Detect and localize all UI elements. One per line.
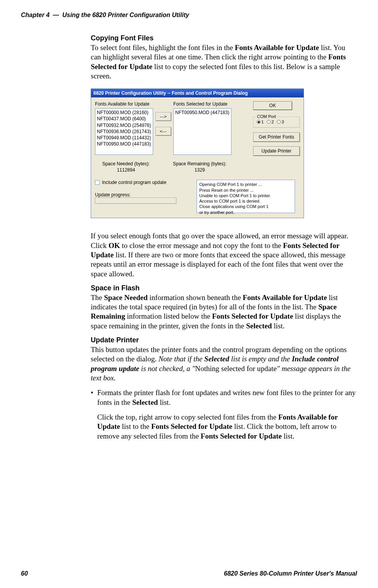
para-space: The Space Needed information shown benea… [91,293,357,331]
dialog-body: Fonts Available for Update NFT00000.MOD … [91,97,304,218]
space-remaining-label: Space Remaining (bytes): [169,161,231,167]
checkbox-label: Include control program update [102,180,166,185]
com-port-3[interactable]: 3 [277,120,284,124]
radio-dot [277,120,281,124]
content-column: Copying Font Files To select font files,… [91,34,357,441]
row-metrics: Space Needed (bytes): 1112894 Space Rema… [95,161,300,173]
move-right-button[interactable]: ---> [155,112,171,121]
list-item[interactable]: NFT00936.MOD (261743) [97,128,151,135]
progress-bar [95,198,176,204]
dialog-titlebar: 6820 Printer Configuration Utility -- Fo… [91,89,304,97]
list-item[interactable]: NFT00932.MOD (254976) [97,122,151,128]
listbox-available[interactable]: NFT00000.MOD (28160) NFT00437.MOD (6400)… [95,108,153,155]
com-port-2[interactable]: 2 [267,120,274,124]
dialog-title: 6820 Printer Configuration Utility -- Fo… [93,90,248,96]
com-port-group: COM Port 1 2 3 [253,117,300,128]
space-remaining: Space Remaining (bytes): 1329 [169,161,231,173]
com-port-legend: COM Port [256,114,277,119]
running-head: Chapter 4 — Using the 6820 Printer Confi… [21,12,357,19]
dash: — [51,12,60,18]
list-item[interactable]: NFT00949.MOD (114432) [97,135,151,141]
row-bottom: Include control program update Update pr… [95,180,300,213]
list-item[interactable]: NFT00950.MOD (447183) [97,141,151,147]
radio-dot-selected [257,120,261,124]
status-line: or try another port. [199,210,292,215]
heading-space-in-flash: Space in Flash [91,284,357,292]
col-available: Fonts Available for Update NFT00000.MOD … [95,101,153,155]
status-line: Unable to open COM Port 1 to printer. [199,193,292,198]
update-printer-button[interactable]: Update Printer [253,146,300,156]
para-error-message: If you select enough fonts that go over … [91,231,357,279]
status-line: Press Reset on the printer ... [199,187,292,193]
list-item[interactable]: NFT00000.MOD (28160) [97,109,151,116]
ok-button[interactable]: OK [253,101,292,110]
page-footer: 60 6820 Series 80-Column Printer User's … [21,570,357,577]
list-item[interactable]: NFT00437.MOD (6400) [97,116,151,122]
bullet-subpara: Click the top, right arrow to copy selec… [97,413,357,441]
bottom-left: Include control program update Update pr… [95,180,192,204]
com-port-radios: 1 2 3 [257,120,296,124]
space-needed-label: Space Needed (bytes): [95,161,157,167]
para-copying: To select font files, highlight the font… [91,43,357,81]
chapter-label: Chapter 4 [21,12,50,18]
bullet-formats: • Formats the printer flash for font upd… [91,388,357,441]
heading-copying-font-files: Copying Font Files [91,34,357,42]
space-remaining-value: 1329 [169,167,231,173]
page: Chapter 4 — Using the 6820 Printer Confi… [0,0,378,588]
bullet-text: Formats the printer flash for font updat… [97,388,357,441]
bullet-dot: • [91,388,93,441]
include-control-checkbox[interactable]: Include control program update [95,180,192,185]
right-column: OK COM Port 1 2 3 Get Printer Fonts Up [253,101,300,156]
listbox-selected[interactable]: NFT00950.MOD (447183) [173,108,231,155]
para-update: This button updates the printer fonts an… [91,345,357,383]
progress-label: Update progress: [95,192,192,198]
radio-dot [267,120,271,124]
col-selected: Fonts Selected for Update NFT00950.MOD (… [173,101,231,155]
space-needed-value: 1112894 [95,167,157,173]
status-line: Close applications using COM port 1 [199,204,292,209]
move-left-button[interactable]: <--- [155,127,171,135]
list-item[interactable]: NFT00950.MOD (447183) [175,109,230,116]
dialog-window: 6820 Printer Configuration Utility -- Fo… [91,88,304,218]
space-needed: Space Needed (bytes): 1112894 [95,161,157,173]
get-printer-fonts-button[interactable]: Get Printer Fonts [253,132,300,142]
chapter-title: Using the 6820 Printer Configuration Uti… [62,12,189,18]
embedded-screenshot: 6820 Printer Configuration Utility -- Fo… [91,88,357,218]
checkbox-box [95,180,100,185]
status-line: Opening COM Port 1 to printer ... [199,182,292,187]
progress-area: Update progress: [95,192,192,204]
status-line: Access to COM port 1 is denied. [199,198,292,204]
manual-title: 6820 Series 80-Column Printer User's Man… [224,570,357,577]
page-number: 60 [21,570,28,577]
heading-update-printer: Update Printer [91,336,357,344]
com-port-1[interactable]: 1 [257,120,264,124]
row-lists: Fonts Available for Update NFT00000.MOD … [95,101,300,156]
status-textbox: Opening COM Port 1 to printer ... Press … [197,180,295,213]
label-selected: Fonts Selected for Update [173,101,231,107]
label-available: Fonts Available for Update [95,101,153,107]
arrow-buttons: ---> <--- [155,112,171,135]
